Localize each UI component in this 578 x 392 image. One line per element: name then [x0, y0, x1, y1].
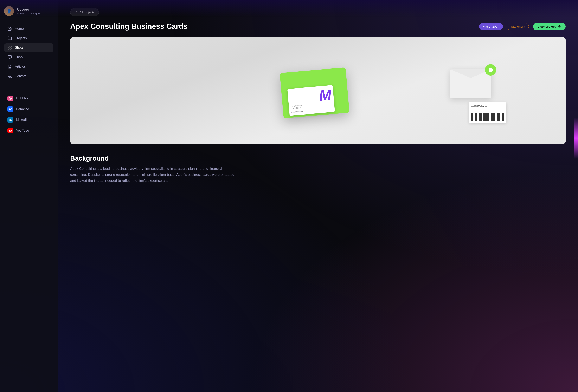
- barcode-line: [471, 113, 473, 121]
- card-outer: M CARD MOCKUP0000 0000 000ANNETTE BLACK: [280, 67, 349, 118]
- svg-rect-3: [8, 48, 9, 49]
- linkedin-icon: [7, 117, 13, 123]
- card-inner: M CARD MOCKUP0000 0000 000ANNETTE BLACK: [287, 85, 335, 116]
- sidebar-item-projects[interactable]: Projects: [4, 34, 53, 43]
- youtube-label: YouTube: [16, 129, 29, 132]
- social-item-dribbble[interactable]: Dribbble: [4, 93, 53, 103]
- back-button-label: All projects: [80, 10, 95, 14]
- barcode-gap: [477, 113, 479, 121]
- sidebar-item-home[interactable]: Home: [4, 24, 53, 33]
- project-image-container: M CARD MOCKUP0000 0000 000ANNETTE BLACK: [70, 37, 566, 144]
- svg-rect-1: [10, 46, 11, 47]
- barcode-line-thick: [502, 113, 504, 121]
- sidebar-item-shop[interactable]: Shop: [4, 53, 53, 61]
- background-title: Background: [70, 155, 566, 162]
- card-text: CARD MOCKUP0000 0000 000ANNETTE BLACK: [291, 102, 333, 113]
- barcode-line: [491, 113, 492, 121]
- barcode-line: [498, 113, 500, 121]
- background-text: Apex Consulting is a leading business ad…: [70, 166, 240, 184]
- sidebar-item-articles-label: Articles: [15, 65, 26, 69]
- date-badge: Mar 2, 2024: [479, 23, 503, 30]
- social-item-behance[interactable]: Behance: [4, 104, 53, 114]
- main-content: All projects Apex Consulting Business Ca…: [58, 0, 578, 392]
- contact-icon: [7, 74, 12, 78]
- view-project-label: View project: [537, 25, 556, 28]
- background-section: Background Apex Consulting is a leading …: [70, 155, 566, 184]
- category-badge: Stationery: [507, 23, 529, 30]
- barcode-card: ANNETTE BLACKPRESIDENT OF SALES: [469, 102, 506, 123]
- sidebar-item-contact[interactable]: Contact: [4, 72, 53, 81]
- card-letter: M: [318, 87, 332, 103]
- grid-icon: [7, 45, 12, 50]
- envelope-logo: [485, 64, 496, 76]
- user-profile: 👤 Cooper Senior UX Designer: [4, 6, 53, 16]
- social-links: Dribbble Behance LinkedIn: [4, 93, 53, 135]
- sidebar-item-contact-label: Contact: [15, 74, 26, 78]
- arrow-right-icon: [558, 25, 561, 28]
- barcode-gap: [489, 113, 491, 121]
- svg-rect-0: [8, 46, 9, 47]
- project-image: M CARD MOCKUP0000 0000 000ANNETTE BLACK: [70, 37, 566, 144]
- svg-rect-4: [8, 56, 11, 58]
- social-item-linkedin[interactable]: LinkedIn: [4, 115, 53, 125]
- dribbble-icon: [7, 95, 13, 101]
- barcode-gap: [473, 113, 474, 121]
- envelope: [450, 69, 491, 98]
- barcode-line-thick: [483, 113, 486, 121]
- barcode-line: [480, 113, 482, 121]
- linkedin-label: LinkedIn: [16, 118, 29, 122]
- barcode-gap: [500, 113, 501, 121]
- avatar-image: 👤: [4, 6, 14, 16]
- barcode-line-thick: [475, 113, 477, 121]
- avatar: 👤: [4, 6, 14, 16]
- sidebar-item-shop-label: Shop: [15, 55, 22, 59]
- business-card-mockup: M CARD MOCKUP0000 0000 000ANNETTE BLACK: [280, 67, 349, 118]
- user-role: Senior UX Designer: [17, 12, 41, 15]
- box-icon: [7, 55, 12, 59]
- barcode-line-thick: [493, 113, 495, 121]
- project-header: Apex Consulting Business Cards Mar 2, 20…: [70, 22, 566, 31]
- view-project-button[interactable]: View project: [533, 23, 566, 30]
- chevron-left-icon: [75, 11, 78, 14]
- barcode-line-thin: [497, 113, 498, 121]
- svg-point-10: [9, 119, 9, 119]
- barcode-gap: [482, 113, 483, 121]
- back-button[interactable]: All projects: [70, 8, 99, 16]
- barcode-line-thin: [486, 113, 487, 121]
- barcode-line-thin: [479, 113, 480, 121]
- behance-icon: [7, 106, 13, 112]
- behance-label: Behance: [16, 107, 29, 111]
- dribbble-label: Dribbble: [16, 96, 29, 100]
- barcode-gap: [495, 113, 497, 121]
- youtube-icon: [7, 128, 13, 133]
- barcode: [471, 113, 504, 121]
- nav-divider: [4, 90, 53, 90]
- sidebar-item-home-label: Home: [15, 27, 24, 31]
- sidebar-item-shots[interactable]: Shots: [4, 43, 53, 52]
- svg-rect-2: [10, 48, 11, 49]
- envelope-mockup: [450, 69, 491, 98]
- barcode-card-name: ANNETTE BLACKPRESIDENT OF SALES: [471, 104, 504, 108]
- sidebar-item-articles[interactable]: Articles: [4, 62, 53, 71]
- folder-icon: [7, 36, 12, 41]
- articles-icon: [7, 64, 12, 69]
- social-item-youtube[interactable]: YouTube: [4, 126, 53, 135]
- barcode-line: [487, 113, 489, 121]
- sidebar: 👤 Cooper Senior UX Designer Home Pro: [0, 0, 58, 392]
- home-icon: [7, 26, 12, 31]
- sidebar-item-shots-label: Shots: [15, 46, 23, 49]
- user-name: Cooper: [17, 7, 41, 11]
- sidebar-item-projects-label: Projects: [15, 36, 27, 40]
- main-nav: Home Projects Shots: [4, 24, 53, 81]
- user-info: Cooper Senior UX Designer: [17, 7, 41, 15]
- project-title: Apex Consulting Business Cards: [70, 22, 475, 31]
